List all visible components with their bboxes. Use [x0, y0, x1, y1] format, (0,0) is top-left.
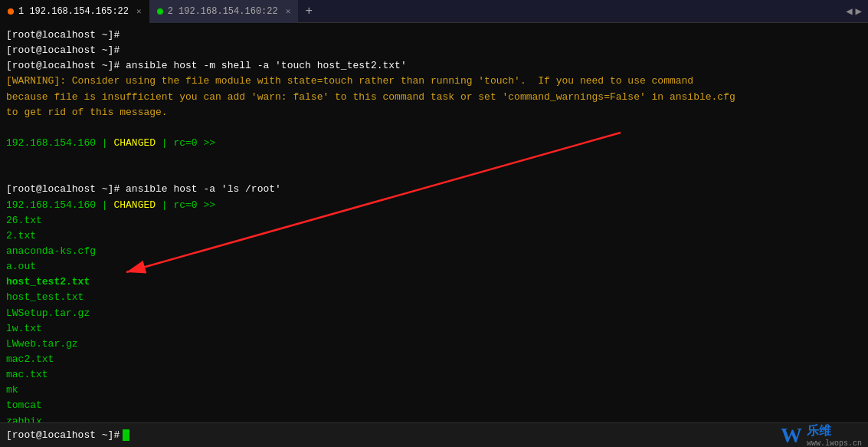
terminal-changed-2: 192.168.154.160 | CHANGED | rc=0 >> [6, 198, 862, 213]
bottom-prompt-area: [root@localhost ~]# [6, 429, 129, 441]
tab-dot-2 [157, 8, 163, 15]
terminal-line-3: [root@localhost ~]# ansible host -m shel… [6, 58, 862, 74]
logo-name: 乐维 [807, 423, 862, 439]
terminal-line-8 [6, 151, 862, 166]
tab-close-2[interactable]: ✕ [286, 6, 291, 16]
tab-label-2: 2 192.168.154.160:22 [168, 6, 278, 17]
tab-1[interactable]: 1 192.168.154.165:22 ✕ [0, 0, 149, 23]
terminal-line-5: because file is insufficient you can add… [6, 90, 862, 105]
bottom-prompt-text: [root@localhost ~]# [6, 429, 120, 441]
file-aout: a.out [6, 259, 862, 274]
changed-keyword-2: CHANGED [113, 199, 156, 211]
terminal-line-4: [WARNING]: Consider using the file modul… [6, 74, 862, 89]
tab-2[interactable]: 2 192.168.154.160:22 ✕ [149, 0, 299, 23]
file-lwweb: LWweb.tar.gz [6, 337, 862, 352]
terminal-line-2: [root@localhost ~]# [6, 43, 862, 58]
terminal-area[interactable]: [root@localhost ~]# [root@localhost ~]# … [0, 23, 868, 422]
terminal-line-7 [6, 120, 862, 136]
terminal-changed-1: 192.168.154.160 | CHANGED | rc=0 >> [6, 136, 862, 151]
terminal-line-1: [root@localhost ~]# [6, 28, 862, 43]
file-mac: mac.txt [6, 367, 862, 383]
tab-close-1[interactable]: ✕ [136, 6, 142, 16]
nav-left-icon[interactable]: ◀ [846, 5, 852, 18]
bottom-bar: [root@localhost ~]# W 乐维 www.lwops.cn [0, 422, 868, 447]
logo-icon: W [781, 423, 802, 448]
logo-area: W 乐维 www.lwops.cn [781, 423, 862, 448]
file-mac2: mac2.txt [6, 352, 862, 367]
nav-arrows: ◀ ▶ [846, 5, 868, 18]
cursor-block [123, 429, 129, 441]
tab-add-button[interactable]: + [298, 1, 319, 22]
file-anaconda: anaconda-ks.cfg [6, 244, 862, 259]
file-lwsetup: LWSetup.tar.gz [6, 306, 862, 321]
tab-bar: 1 192.168.154.165:22 ✕ 2 192.168.154.160… [0, 0, 868, 23]
logo-url: www.lwops.cn [807, 439, 862, 448]
file-26: 26.txt [6, 213, 862, 228]
tab-dot-1 [8, 8, 14, 15]
file-2: 2.txt [6, 228, 862, 244]
terminal-line-9 [6, 166, 862, 182]
file-host-test2: host_test2.txt [6, 274, 862, 290]
nav-right-icon[interactable]: ▶ [856, 5, 862, 18]
file-lw: lw.txt [6, 321, 862, 337]
terminal-line-6: to get rid of this message. [6, 105, 862, 120]
file-tomcat: tomcat [6, 398, 862, 413]
terminal-line-10: [root@localhost ~]# ansible host -a 'ls … [6, 182, 862, 197]
logo-text-area: 乐维 www.lwops.cn [807, 423, 862, 448]
tab-label-1: 1 192.168.154.165:22 [18, 6, 129, 17]
file-mk: mk [6, 383, 862, 398]
file-host-test: host_test.txt [6, 290, 862, 305]
changed-keyword-1: CHANGED [113, 137, 156, 149]
file-zabbix: zabbix [6, 414, 862, 422]
